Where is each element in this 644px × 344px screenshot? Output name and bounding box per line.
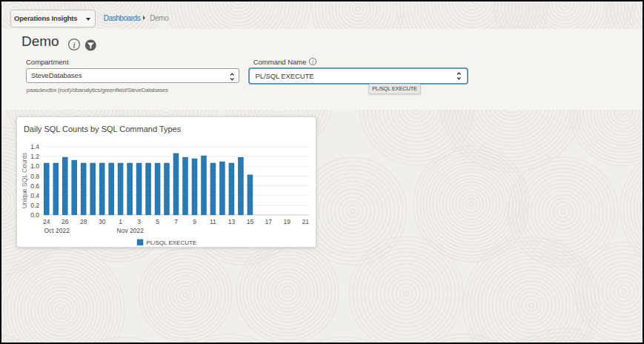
svg-text:0.0: 0.0: [30, 211, 39, 219]
svg-text:1: 1: [119, 218, 122, 225]
svg-text:0.6: 0.6: [30, 182, 39, 190]
svg-text:13: 13: [228, 218, 236, 225]
svg-text:5: 5: [156, 218, 159, 225]
svg-text:1.0: 1.0: [30, 162, 39, 170]
svg-text:Daily SQL Counts by SQL Comman: Daily SQL Counts by SQL Command Types: [24, 125, 182, 133]
svg-text:i: i: [311, 59, 313, 65]
svg-text:17: 17: [265, 218, 273, 225]
svg-text:Oct 2022: Oct 2022: [44, 227, 70, 234]
svg-text:0.8: 0.8: [30, 173, 39, 180]
svg-text:30: 30: [99, 218, 106, 225]
svg-text:Nov 2022: Nov 2022: [117, 227, 145, 234]
svg-text:Unique SQL Counts: Unique SQL Counts: [21, 153, 28, 208]
svg-text:PL/SQL EXECUTE: PL/SQL EXECUTE: [147, 239, 197, 246]
svg-text:0.2: 0.2: [30, 202, 39, 209]
svg-text:i: i: [73, 40, 76, 50]
svg-text:21: 21: [302, 218, 309, 225]
svg-text:1.4: 1.4: [30, 143, 39, 150]
svg-text:0.4: 0.4: [30, 192, 39, 199]
svg-text:11: 11: [210, 218, 216, 225]
svg-text:28: 28: [80, 218, 87, 225]
svg-text:24: 24: [43, 218, 50, 225]
svg-text:26: 26: [62, 218, 69, 225]
svg-text:15: 15: [247, 218, 254, 225]
svg-text:9: 9: [193, 218, 196, 225]
svg-text:19: 19: [284, 218, 291, 225]
svg-text:1.2: 1.2: [30, 153, 39, 160]
svg-text:3: 3: [137, 218, 141, 225]
svg-text:7: 7: [174, 218, 178, 225]
